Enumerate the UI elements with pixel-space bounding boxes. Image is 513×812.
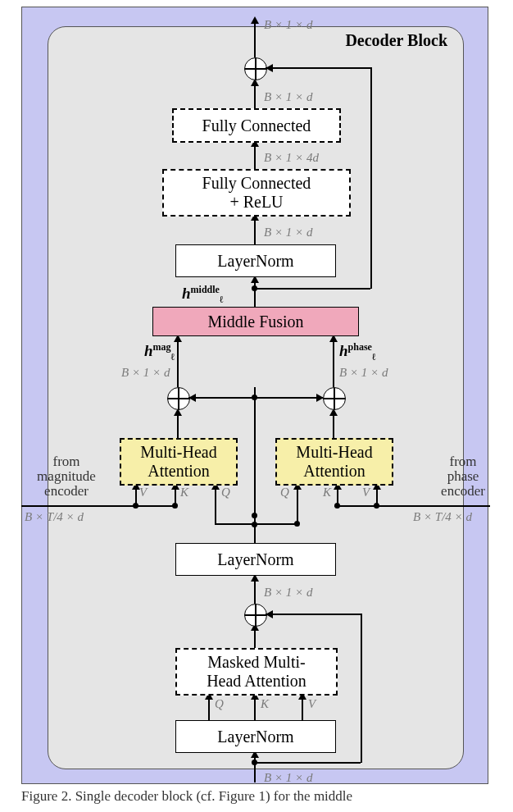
junction-dot-icon [252, 513, 257, 518]
arrowhead-icon [266, 610, 273, 618]
h-mag-label: hmagℓ [144, 341, 175, 363]
v-label: V [308, 697, 316, 711]
line [21, 505, 136, 507]
add-node-icon [167, 387, 190, 410]
h-middle-label: hmiddleℓ [182, 284, 223, 306]
t: from [449, 454, 476, 469]
line [266, 67, 370, 69]
k-label: K [261, 697, 269, 711]
line [361, 614, 362, 763]
figure-caption: Figure 2. Single decoder block (cf. Figu… [21, 789, 488, 804]
t: from [52, 454, 79, 469]
v-label: V [362, 486, 370, 500]
line [334, 505, 377, 507]
dim-right-mid: B × 1 × d [339, 366, 388, 380]
h-phase-label: hphaseℓ [339, 341, 375, 363]
line [177, 336, 179, 387]
add-node-icon [244, 57, 267, 80]
line [254, 515, 256, 543]
dim-enc-right: B × T/4 × d [413, 510, 472, 524]
fc-relu: Fully Connected + ReLU [162, 169, 351, 217]
line [254, 387, 256, 515]
k-label: K [323, 486, 331, 500]
dim-after-lntop: B × 1 × d [264, 226, 312, 239]
q-label: Q [215, 697, 224, 711]
decoder-block-title: Decoder Block [345, 31, 447, 50]
q-label: Q [280, 486, 289, 500]
add-node-icon [323, 387, 346, 410]
dim-bottom-in: B × 1 × d [264, 771, 312, 785]
line [297, 484, 298, 523]
dim-after-lnmid: B × 1 × d [264, 586, 312, 600]
k-label: K [180, 486, 188, 500]
line [370, 67, 372, 289]
v-label: V [139, 486, 147, 500]
from-phase-encoder-label: from phase encoder [434, 454, 492, 499]
fc-top: Fully Connected [172, 108, 341, 143]
line [254, 288, 370, 290]
line [254, 762, 361, 764]
diagram-canvas: Decoder Block B × 1 × d LayerNorm Q K V … [0, 0, 513, 812]
arrowhead-icon [188, 394, 196, 402]
line [215, 523, 297, 525]
q-label: Q [221, 486, 230, 500]
arrowhead-icon [266, 64, 273, 72]
line [133, 505, 175, 507]
from-magnitude-encoder-label: from magnitude encoder [30, 454, 103, 499]
t: phase [447, 468, 479, 484]
dim-left-mid: B × 1 × d [121, 366, 170, 380]
t: magnitude [37, 468, 96, 484]
add-node-icon [244, 604, 267, 627]
masked-mha: Masked Multi- Head Attention [175, 648, 338, 696]
line [254, 18, 256, 57]
dim-enc-left: B × T/4 × d [25, 510, 84, 524]
line [333, 336, 334, 387]
mha-right: Multi-Head Attention [275, 438, 393, 486]
mha-left: Multi-Head Attention [120, 438, 238, 486]
junction-dot-icon [252, 395, 257, 400]
arrowhead-icon [251, 16, 259, 24]
dim-top-out: B × 1 × d [264, 18, 312, 32]
dim-after-fcrelu: B × 1 × 4d [264, 151, 319, 165]
middle-fusion: Middle Fusion [152, 307, 359, 336]
t: encoder [44, 483, 89, 499]
layernorm-mid: LayerNorm [175, 543, 336, 576]
arrowhead-icon [316, 394, 324, 402]
layernorm-bottom: LayerNorm [175, 720, 336, 753]
line [266, 614, 361, 615]
t: encoder [441, 483, 485, 499]
line [375, 505, 490, 507]
layernorm-top: LayerNorm [175, 244, 336, 277]
line [215, 484, 216, 523]
dim-after-fc: B × 1 × d [264, 90, 312, 104]
